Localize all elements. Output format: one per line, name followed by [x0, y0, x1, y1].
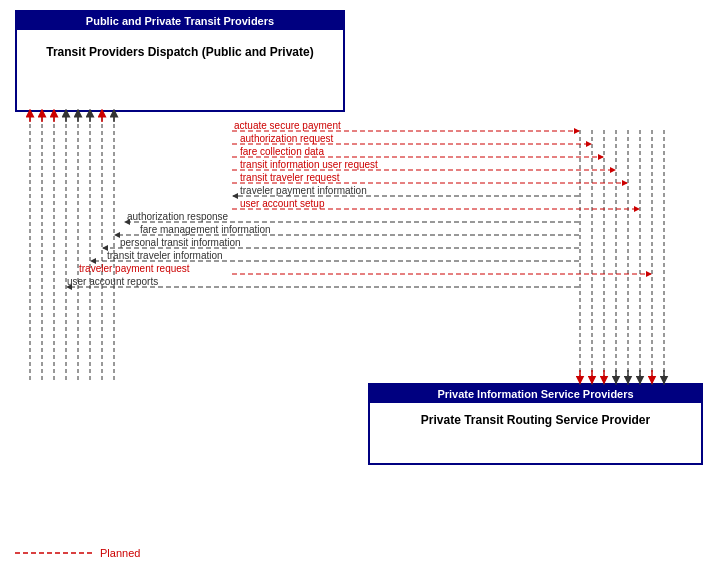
svg-text:actuate secure payment: actuate secure payment — [234, 120, 341, 131]
svg-text:transit traveler information: transit traveler information — [107, 250, 223, 261]
svg-text:user account reports: user account reports — [67, 276, 158, 287]
svg-text:traveler payment information: traveler payment information — [240, 185, 367, 196]
svg-text:authorization request: authorization request — [240, 133, 334, 144]
left-box: Public and Private Transit Providers Tra… — [15, 10, 345, 112]
right-box: Private Information Service Providers Pr… — [368, 383, 703, 465]
svg-text:fare management information: fare management information — [140, 224, 271, 235]
right-box-header: Private Information Service Providers — [370, 385, 701, 403]
svg-text:traveler payment request: traveler payment request — [79, 263, 190, 274]
right-box-content: Private Transit Routing Service Provider — [370, 403, 701, 463]
svg-text:fare collection data: fare collection data — [240, 146, 324, 157]
legend: Planned — [15, 547, 140, 559]
left-box-header: Public and Private Transit Providers — [17, 12, 343, 30]
legend-label: Planned — [100, 547, 140, 559]
diagram-container: Public and Private Transit Providers Tra… — [0, 0, 719, 584]
svg-text:authorization response: authorization response — [127, 211, 229, 222]
legend-icon — [15, 547, 95, 559]
svg-text:transit information user reque: transit information user request — [240, 159, 378, 170]
svg-text:transit traveler request: transit traveler request — [240, 172, 340, 183]
svg-text:personal transit information: personal transit information — [120, 237, 241, 248]
svg-text:user account setup: user account setup — [240, 198, 325, 209]
left-box-content: Transit Providers Dispatch (Public and P… — [17, 30, 343, 110]
